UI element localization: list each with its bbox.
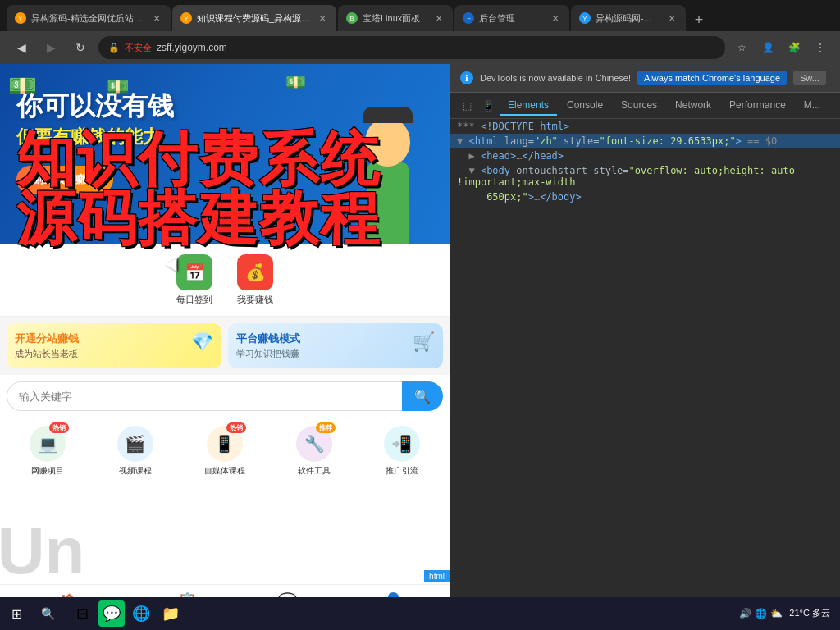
bookmark-button[interactable]: ☆ bbox=[732, 38, 751, 57]
taskbar-app-taskview[interactable]: ⊟ bbox=[69, 600, 95, 627]
promo-icon-1: 💎 bbox=[191, 331, 213, 353]
devtools-device-icon[interactable]: 📱 bbox=[478, 96, 498, 116]
tab-elements[interactable]: Elements bbox=[500, 96, 557, 116]
tab-more[interactable]: M... bbox=[796, 96, 829, 116]
volume-icon[interactable]: 🔊 bbox=[739, 608, 751, 619]
network-icon[interactable]: 🌐 bbox=[755, 608, 767, 619]
tab-sources[interactable]: Sources bbox=[613, 96, 665, 116]
taskbar: ⊞ 🔍 ⊟ 💬 🌐 📁 🔊 🌐 ⛅ 21°C 多云 bbox=[0, 597, 840, 630]
tab-2-favicon: Y bbox=[180, 12, 192, 24]
indent-1 bbox=[457, 150, 468, 162]
category-traffic[interactable]: 📲 推广引流 bbox=[384, 426, 420, 477]
main-area: 💵 💵 💵 你可以没有钱 但要有赚钱的能力 副业项目赚钱 bbox=[0, 64, 840, 630]
banner-text: 你可以没有钱 但要有赚钱的能力 副业项目赚钱 bbox=[16, 89, 174, 194]
nav-bar: ◀ ▶ ↻ 🔓 不安全 zsff.yigoym.com ☆ 👤 🧩 ⋮ bbox=[0, 31, 840, 64]
tab-5[interactable]: Y 异构源码网-... ✕ bbox=[571, 5, 686, 31]
promo-card-2[interactable]: 🛒 平台赚钱模式 学习知识把钱赚 bbox=[228, 323, 443, 368]
signin-icon: 📅 bbox=[176, 254, 212, 290]
profile-button[interactable]: 👤 bbox=[758, 38, 778, 57]
category-tools[interactable]: 🔧 推荐 软件工具 bbox=[296, 426, 332, 477]
taskbar-app-chrome[interactable]: 🌐 bbox=[128, 600, 154, 627]
tab-4-close[interactable]: ✕ bbox=[550, 12, 561, 24]
media-label: 自媒体课程 bbox=[204, 465, 245, 477]
tab-network[interactable]: Network bbox=[667, 96, 719, 116]
extensions-button[interactable]: 🧩 bbox=[784, 38, 804, 57]
traffic-label: 推广引流 bbox=[386, 465, 418, 477]
quick-icon-signin[interactable]: 📅 每日签到 bbox=[176, 254, 212, 306]
category-wangzhuan[interactable]: 💻 热销 网赚项目 bbox=[30, 426, 66, 477]
un-overlay: Un bbox=[0, 522, 82, 581]
devtools-info-text: DevTools is now available in Chinese! bbox=[480, 73, 631, 83]
traffic-icon: 📲 bbox=[384, 426, 420, 462]
devtools-header: ℹ DevTools is now available in Chinese! … bbox=[450, 64, 840, 93]
address-bar[interactable]: 🔓 不安全 zsff.yigoym.com bbox=[98, 36, 725, 59]
devtools-content: *** <!DOCTYPE html> ▼ <html lang="zh" st… bbox=[450, 119, 840, 630]
tab-2-close[interactable]: ✕ bbox=[317, 12, 328, 24]
tab-1[interactable]: Y 异构源码-精选全网优质站长... ✕ bbox=[7, 5, 171, 31]
tab-2[interactable]: Y 知识课程付费源码_异构源码... ✕ bbox=[172, 5, 336, 31]
wangzhuan-icon: 💻 热销 bbox=[30, 426, 66, 462]
devtools-tabs: ⬚ 📱 Elements Console Sources Network Per… bbox=[450, 93, 840, 119]
taskbar-search-btn[interactable]: 🔍 bbox=[33, 599, 62, 628]
tab-5-close[interactable]: ✕ bbox=[666, 12, 678, 24]
devtools-panel: ℹ DevTools is now available in Chinese! … bbox=[450, 64, 840, 630]
promo-title-1: 开通分站赚钱 bbox=[15, 331, 213, 346]
banner-cta-button[interactable]: 副业项目赚钱 bbox=[16, 166, 113, 194]
temperature: 21°C 多云 bbox=[789, 607, 830, 619]
new-tab-button[interactable]: + bbox=[687, 8, 710, 31]
html-body-line2: 650px;">…</body> bbox=[450, 189, 840, 204]
taskbar-app-wechat[interactable]: 💬 bbox=[98, 600, 125, 627]
banner-title2: 但要有赚钱的能力 bbox=[16, 125, 174, 149]
url-text: zsff.yigoym.com bbox=[157, 42, 227, 53]
banner: 💵 💵 💵 你可以没有钱 但要有赚钱的能力 副业项目赚钱 bbox=[0, 64, 450, 244]
taskbar-sys-icons: 🔊 🌐 ⛅ bbox=[739, 608, 783, 619]
video-icon: 🎬 bbox=[117, 426, 153, 462]
tab-4-label: 后台管理 bbox=[479, 12, 545, 25]
quick-icon-earn[interactable]: 💰 我要赚钱 bbox=[237, 254, 273, 306]
tab-4-favicon: → bbox=[463, 12, 474, 24]
promo-icon-2: 🛒 bbox=[413, 331, 435, 353]
tab-4[interactable]: → 后台管理 ✕ bbox=[454, 5, 569, 31]
tools-icon: 🔧 推荐 bbox=[296, 426, 332, 462]
info-icon: ℹ bbox=[460, 71, 473, 84]
taskbar-app-explorer[interactable]: 📁 bbox=[158, 600, 184, 627]
tab-1-close[interactable]: ✕ bbox=[151, 12, 162, 24]
promo-title-2: 平台赚钱模式 bbox=[236, 331, 435, 346]
search-input[interactable] bbox=[7, 381, 402, 411]
menu-button[interactable]: ⋮ bbox=[810, 38, 830, 57]
back-button[interactable]: ◀ bbox=[10, 36, 33, 59]
media-icon: 📱 热销 bbox=[207, 426, 243, 462]
doctype-text: *** bbox=[457, 121, 481, 132]
category-video[interactable]: 🎬 视频课程 bbox=[117, 426, 153, 477]
arrow-html: ▼ bbox=[457, 135, 468, 147]
lock-icon: 🔓 bbox=[108, 43, 120, 53]
search-button[interactable]: 🔍 bbox=[402, 381, 443, 411]
tab-5-favicon: Y bbox=[579, 12, 591, 24]
tab-3-close[interactable]: ✕ bbox=[433, 12, 445, 24]
forward-button[interactable]: ▶ bbox=[39, 36, 62, 59]
earn-icon: 💰 bbox=[237, 254, 273, 290]
video-label: 视频课程 bbox=[119, 465, 152, 477]
devtools-cursor-icon[interactable]: ⬚ bbox=[457, 96, 477, 116]
tab-console[interactable]: Console bbox=[559, 96, 611, 116]
html-body-line1: ▼ <body ontouchstart style="overflow: au… bbox=[450, 163, 840, 189]
promo-subtitle-1: 成为站长当老板 bbox=[15, 348, 213, 360]
quick-icons-row: 📅 每日签到 💰 我要赚钱 bbox=[0, 244, 450, 317]
start-button[interactable]: ⊞ bbox=[0, 597, 33, 630]
tab-3-label: 宝塔Linux面板 bbox=[363, 12, 428, 25]
hot-badge-media: 热销 bbox=[226, 422, 246, 433]
tab-3[interactable]: B 宝塔Linux面板 ✕ bbox=[338, 5, 453, 31]
reload-button[interactable]: ↻ bbox=[69, 36, 92, 59]
switch-button[interactable]: Sw... bbox=[793, 71, 826, 85]
match-language-button[interactable]: Always match Chrome's language bbox=[637, 71, 787, 85]
tab-performance[interactable]: Performance bbox=[721, 96, 794, 116]
promo-card-1[interactable]: 💎 开通分站赚钱 成为站长当老板 bbox=[7, 323, 221, 368]
un-text: Un bbox=[0, 514, 84, 589]
search-bar: 🔍 bbox=[7, 381, 443, 411]
tab-3-favicon: B bbox=[346, 12, 358, 24]
earn-label: 我要赚钱 bbox=[237, 294, 273, 306]
signin-label: 每日签到 bbox=[176, 294, 212, 306]
wangzhuan-label: 网赚项目 bbox=[31, 465, 64, 477]
hot-badge-wangzhuan: 热销 bbox=[49, 422, 69, 433]
category-media[interactable]: 📱 热销 自媒体课程 bbox=[204, 426, 245, 477]
